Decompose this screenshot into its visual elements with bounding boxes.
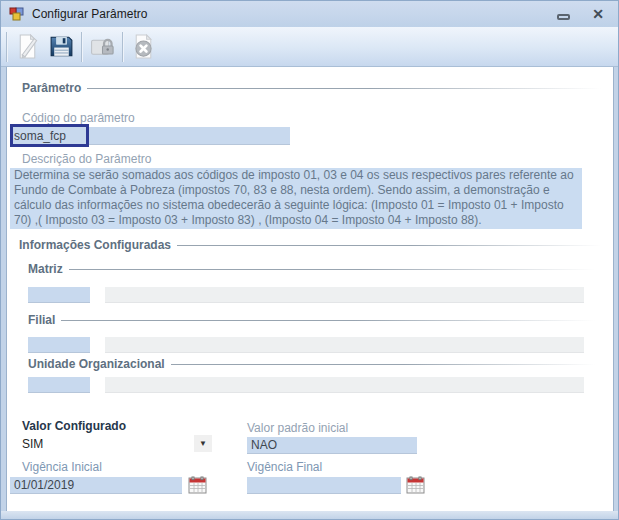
section-informacoes-title: Informações Configuradas (19, 238, 171, 252)
window-bottom-frame (1, 511, 618, 519)
section-divider (69, 269, 595, 270)
group-unidade-organizacional: Unidade Organizacional (28, 357, 595, 371)
edit-button[interactable] (11, 30, 43, 64)
valor-configurado-dropdown[interactable]: SIM ▼ (22, 435, 212, 452)
minimize-button[interactable] (557, 14, 570, 20)
unidade-name-field (105, 377, 584, 393)
section-divider (61, 320, 595, 321)
vigencia-final-calendar-button[interactable] (406, 476, 425, 494)
section-informacoes: Informações Configuradas (19, 238, 601, 252)
section-parametro-title: Parâmetro (22, 81, 81, 95)
unidade-code-field[interactable] (28, 377, 90, 393)
section-divider (177, 245, 601, 246)
vigencia-final-label: Vigência Final (247, 460, 322, 474)
toolbar-separator (6, 32, 7, 62)
section-divider (171, 364, 595, 365)
app-form-icon (9, 6, 25, 22)
vigencia-inicial-calendar-button[interactable] (188, 476, 207, 494)
descricao-parametro-textbox[interactable]: Determina se serão somados aos códigos d… (10, 168, 582, 229)
vigencia-inicial-label: Vigência Inicial (22, 460, 102, 474)
group-matriz: Matriz (28, 262, 595, 276)
configurar-parametro-dialog: Configurar Parâmetro ✕ (0, 0, 619, 520)
vigencia-inicial-field[interactable]: 01/01/2019 (10, 477, 182, 494)
valor-configurado-value: SIM (22, 437, 194, 451)
matriz-label: Matriz (28, 262, 63, 276)
dialog-content: Parâmetro Código do parâmetro soma_fcp D… (6, 67, 614, 513)
matriz-code-field[interactable] (28, 287, 90, 303)
pencil-page-icon (14, 33, 41, 60)
section-parametro: Parâmetro (22, 81, 601, 95)
floppy-disk-icon (48, 33, 75, 60)
vigencia-final-field[interactable] (247, 477, 401, 494)
valor-configurado-label: Valor Configurado (22, 419, 126, 433)
section-divider (87, 88, 601, 89)
filial-code-field[interactable] (28, 337, 90, 353)
codigo-parametro-value: soma_fcp (14, 129, 66, 143)
padlock-box-icon (89, 33, 116, 60)
page-x-icon (130, 33, 157, 60)
window-title: Configurar Parâmetro (32, 7, 557, 21)
filial-label: Filial (28, 313, 55, 327)
matriz-name-field (105, 287, 584, 303)
valor-padrao-label: Valor padrão inicial (247, 421, 348, 435)
toolbar (1, 27, 618, 67)
filial-name-field (105, 337, 584, 353)
title-bar[interactable]: Configurar Parâmetro ✕ (1, 1, 618, 27)
toolbar-separator (81, 32, 82, 62)
calendar-icon (406, 476, 425, 494)
unidade-organizacional-label: Unidade Organizacional (28, 357, 165, 371)
group-filial: Filial (28, 313, 595, 327)
descricao-parametro-label: Descrição do Parâmetro (22, 152, 151, 166)
codigo-parametro-field[interactable]: soma_fcp (10, 127, 290, 145)
calendar-icon (188, 476, 207, 494)
cancel-button[interactable] (127, 30, 159, 64)
valor-padrao-field: NAO (247, 437, 417, 454)
dropdown-arrow-icon[interactable]: ▼ (194, 435, 212, 452)
close-button[interactable]: ✕ (592, 7, 604, 21)
lock-button[interactable] (86, 30, 118, 64)
toolbar-separator (122, 32, 123, 62)
codigo-parametro-label: Código do parâmetro (22, 111, 135, 125)
save-button[interactable] (45, 30, 77, 64)
